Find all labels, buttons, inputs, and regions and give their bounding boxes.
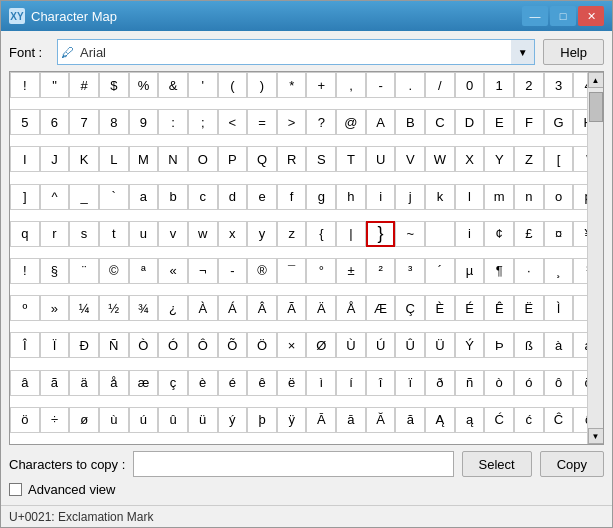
char-cell[interactable]: : [158,109,188,135]
char-cell[interactable]: î [366,370,396,396]
char-cell[interactable]: f [277,184,307,210]
char-cell[interactable]: Õ [218,332,248,358]
char-cell[interactable]: ³ [395,258,425,284]
char-cell[interactable]: ) [247,72,277,98]
char-cell[interactable]: Ô [188,332,218,358]
char-cell[interactable]: æ [129,370,159,396]
char-cell[interactable]: Ü [425,332,455,358]
char-cell[interactable]: « [158,258,188,284]
char-cell[interactable]: Ý [455,332,485,358]
char-cell[interactable]: . [395,72,425,98]
char-cell[interactable]: g [306,184,336,210]
char-cell[interactable]: µ [455,258,485,284]
char-cell[interactable]: M [129,146,159,172]
char-cell[interactable]: É [455,295,485,321]
scroll-up-button[interactable]: ▲ [588,72,604,88]
char-cell[interactable]: 0 [455,72,485,98]
char-cell[interactable]: Q [247,146,277,172]
char-cell[interactable]: 5 [10,109,40,135]
minimize-button[interactable]: — [522,6,548,26]
char-cell[interactable]: ì [306,370,336,396]
char-cell[interactable]: * [277,72,307,98]
char-cell[interactable]: Z [514,146,544,172]
char-cell[interactable]: % [129,72,159,98]
char-cell[interactable]: ê [247,370,277,396]
char-cell[interactable]: Y [484,146,514,172]
char-cell[interactable]: ° [306,258,336,284]
chars-to-copy-input[interactable] [133,451,453,477]
char-cell[interactable]: i [455,221,485,247]
char-cell[interactable]: ; [188,109,218,135]
char-cell[interactable]: í [336,370,366,396]
char-cell[interactable]: ó [514,370,544,396]
char-cell[interactable]: G [544,109,574,135]
char-cell[interactable]: ² [366,258,396,284]
char-cell[interactable]: ~ [395,221,425,247]
char-cell[interactable]: I [10,146,40,172]
char-cell[interactable]: Ø [306,332,336,358]
char-cell[interactable]: ¢ [484,221,514,247]
help-button[interactable]: Help [543,39,604,65]
scrollbar[interactable]: ▲ ▼ [587,72,603,444]
char-cell[interactable]: Ç [395,295,425,321]
char-cell[interactable]: V [395,146,425,172]
char-cell[interactable]: K [69,146,99,172]
char-cell[interactable]: Ã [277,295,307,321]
char-cell[interactable]: è [188,370,218,396]
char-cell[interactable]: ý [218,407,248,433]
char-cell[interactable]: 8 [99,109,129,135]
char-cell[interactable]: ÷ [40,407,70,433]
char-cell[interactable]: $ [99,72,129,98]
char-cell[interactable]: ( [218,72,248,98]
char-cell[interactable]: ® [247,258,277,284]
char-cell[interactable]: u [129,221,159,247]
char-cell[interactable]: ð [425,370,455,396]
char-cell[interactable]: 1 [484,72,514,98]
char-cell[interactable]: T [336,146,366,172]
char-cell[interactable]: ¼ [69,295,99,321]
maximize-button[interactable]: □ [550,6,576,26]
char-cell[interactable]: 9 [129,109,159,135]
char-cell[interactable]: " [40,72,70,98]
char-cell[interactable]: ò [484,370,514,396]
char-cell[interactable]: û [158,407,188,433]
char-cell[interactable]: ¤ [544,221,574,247]
char-cell[interactable]: D [455,109,485,135]
char-cell[interactable]: / [425,72,455,98]
char-cell[interactable]: c [188,184,218,210]
char-cell[interactable]: Ú [366,332,396,358]
char-cell[interactable]: ¿ [158,295,188,321]
scroll-down-button[interactable]: ▼ [588,428,604,444]
char-cell[interactable]: · [514,258,544,284]
char-cell[interactable]: e [247,184,277,210]
char-cell[interactable]: Ă [366,407,396,433]
char-cell[interactable]: ´ [425,258,455,284]
char-cell[interactable]: q [10,221,40,247]
char-cell[interactable]: y [247,221,277,247]
char-cell[interactable]: ß [514,332,544,358]
char-cell[interactable]: ô [544,370,574,396]
char-cell[interactable]: F [514,109,544,135]
char-cell[interactable]: > [277,109,307,135]
char-cell[interactable]: ú [129,407,159,433]
char-cell[interactable]: ÿ [277,407,307,433]
char-cell[interactable]: â [10,370,40,396]
char-cell[interactable]: × [277,332,307,358]
char-cell[interactable]: ¶ [484,258,514,284]
char-cell[interactable]: ! [10,72,40,98]
char-cell[interactable]: k [425,184,455,210]
char-cell[interactable]: 2 [514,72,544,98]
char-cell[interactable]: R [277,146,307,172]
char-cell[interactable]: b [158,184,188,210]
char-cell[interactable]: Ù [336,332,366,358]
char-cell[interactable]: Ò [129,332,159,358]
char-cell[interactable]: Ć [484,407,514,433]
char-cell[interactable]: W [425,146,455,172]
char-cell[interactable]: À [188,295,218,321]
char-cell[interactable]: Ä [306,295,336,321]
char-cell[interactable]: ü [188,407,218,433]
char-cell[interactable]: E [484,109,514,135]
char-cell[interactable]: ? [306,109,336,135]
char-cell[interactable]: B [395,109,425,135]
copy-button[interactable]: Copy [540,451,604,477]
